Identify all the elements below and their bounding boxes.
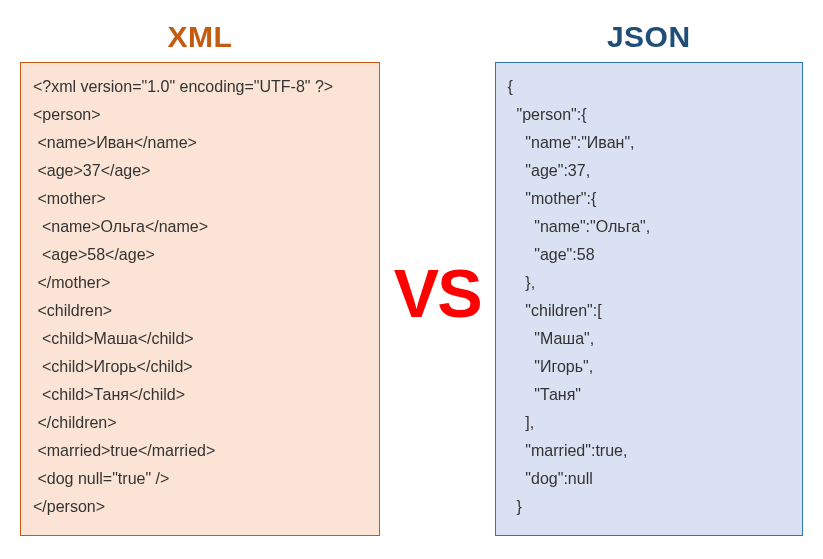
xml-code-box: <?xml version="1.0" encoding="UTF-8" ?> … [20,62,380,536]
json-heading: JSON [607,20,691,54]
xml-heading: XML [168,20,233,54]
json-code-box: { "person":{ "name":"Иван", "age":37, "m… [495,62,803,536]
xml-column: XML <?xml version="1.0" encoding="UTF-8"… [20,20,380,536]
json-column: JSON { "person":{ "name":"Иван", "age":3… [495,20,803,536]
comparison-container: XML <?xml version="1.0" encoding="UTF-8"… [20,20,803,536]
vs-label: VS [390,254,485,332]
